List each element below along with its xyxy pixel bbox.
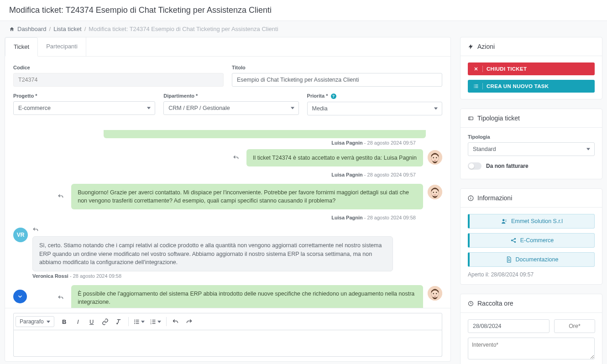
field-dipartimento: Dipartimento * CRM / ERP / Gestionale — [163, 93, 298, 115]
input-ore[interactable] — [554, 319, 595, 333]
input-intervento[interactable] — [468, 338, 595, 359]
panel-title: Raccolta ore — [460, 294, 602, 313]
scroll-down-button[interactable] — [13, 290, 27, 303]
tab-partecipanti[interactable]: Partecipanti — [38, 37, 86, 56]
chat-message: Il ticket T24374 è stato accettato e ver… — [13, 149, 442, 166]
label-codice: Codice — [13, 65, 224, 70]
svg-point-34 — [502, 219, 505, 221]
svg-rect-32 — [471, 198, 471, 199]
svg-point-10 — [433, 293, 434, 294]
label-titolo: Titolo — [232, 65, 442, 70]
reply-icon[interactable] — [58, 193, 64, 200]
info-client-chip[interactable]: Emmet Solution S.r.l — [468, 214, 595, 229]
raccolta-ore-panel: Raccolta ore Urgenza Omag. Fuori orario — [460, 294, 602, 364]
link-button[interactable] — [99, 315, 112, 328]
toggle-label: Da non fatturare — [486, 163, 529, 169]
info-icon[interactable]: ? — [331, 94, 336, 99]
toggle-non-fatturare[interactable] — [468, 162, 481, 170]
breadcrumb-separator: / — [49, 26, 51, 32]
clock-icon — [468, 301, 474, 307]
close-ticket-button[interactable]: CHIUDI TICKET — [468, 62, 595, 75]
label-dipartimento: Dipartimento * — [163, 93, 298, 99]
svg-point-7 — [436, 192, 437, 193]
breadcrumb: Dashboard / Lista ticket / Modifica tick… — [0, 21, 607, 37]
label-tipologia: Tipologia — [468, 134, 595, 140]
svg-point-37 — [514, 238, 515, 239]
svg-point-11 — [436, 293, 437, 294]
avatar — [428, 150, 442, 165]
breadcrumb-dashboard[interactable]: Dashboard — [17, 26, 47, 32]
select-priorita[interactable]: Media — [307, 102, 442, 115]
clear-format-button[interactable] — [113, 315, 126, 328]
chat-message: È possibile che l'aggiornamento del sist… — [13, 285, 442, 308]
field-titolo: Titolo — [232, 65, 442, 87]
select-progetto[interactable]: E-commerce — [13, 101, 155, 115]
tabs: Ticket Partecipanti — [5, 37, 450, 57]
number-list-button[interactable]: 123 — [148, 315, 163, 328]
svg-rect-27 — [475, 85, 478, 85]
select-dipartimento[interactable]: CRM / ERP / Gestionale — [163, 101, 298, 115]
avatar — [428, 286, 442, 301]
redo-button[interactable] — [183, 315, 196, 328]
input-codice — [13, 73, 224, 87]
info-project-chip[interactable]: E-Commerce — [468, 233, 595, 248]
reply-icon[interactable] — [233, 155, 239, 161]
tipologia-panel: Tipologia ticket Tipologia Standard Da n… — [460, 109, 602, 179]
chevron-down-icon — [157, 321, 161, 323]
label-progetto: Progetto * — [13, 93, 155, 99]
bolt-icon — [468, 44, 474, 50]
bullet-list-button[interactable] — [131, 315, 147, 328]
chevron-down-icon — [47, 321, 50, 323]
chat-bubble-partial — [104, 130, 426, 138]
chat-meta: Veronica Rossi - 28 agosto 2024 09:58 — [32, 273, 442, 279]
svg-point-36 — [511, 240, 512, 241]
ticket-icon — [468, 115, 474, 121]
chat-message: VR Sì, certo. Stiamo notando che i campi… — [13, 227, 442, 278]
svg-point-2 — [433, 157, 434, 158]
chat-bubble: Buongiorno! Grazie per averci contattato… — [71, 184, 423, 209]
paragraph-select[interactable]: Paragrafo — [16, 316, 54, 327]
home-icon — [9, 26, 15, 32]
chat-bubble: Il ticket T24374 è stato accettato e ver… — [246, 149, 423, 166]
info-icon — [468, 195, 474, 201]
svg-rect-15 — [136, 320, 139, 320]
chat-bubble: È possibile che l'aggiornamento del sist… — [71, 285, 423, 308]
svg-rect-29 — [475, 88, 478, 88]
input-titolo[interactable] — [232, 73, 442, 87]
breadcrumb-lista-ticket[interactable]: Lista ticket — [53, 26, 81, 32]
field-progetto: Progetto * E-commerce — [13, 93, 155, 115]
reply-icon[interactable] — [58, 295, 64, 301]
reply-icon[interactable] — [32, 227, 39, 233]
user-icon — [501, 218, 508, 224]
undo-button[interactable] — [169, 315, 182, 328]
breadcrumb-separator: / — [84, 26, 86, 32]
label-priorita: Priorita * ? — [307, 93, 442, 99]
chat-meta: Luisa Pagnin - 28 agosto 2024 09:58 — [331, 215, 416, 220]
panel-title: Informazioni — [460, 189, 602, 208]
italic-button[interactable]: I — [72, 315, 84, 328]
new-task-button[interactable]: CREA UN NUOVO TASK — [468, 80, 595, 93]
svg-rect-16 — [136, 321, 139, 322]
toolbar-divider — [128, 317, 129, 326]
select-tipologia[interactable]: Standard — [468, 142, 595, 156]
svg-rect-24 — [474, 85, 475, 85]
svg-rect-30 — [469, 117, 473, 120]
input-date[interactable] — [468, 319, 549, 333]
page-title: Modifica ticket: T24374 Esempio di Chat … — [0, 0, 607, 21]
svg-point-13 — [134, 321, 135, 322]
bold-button[interactable]: B — [58, 315, 71, 328]
chat-thread[interactable]: Luisa Pagnin - 28 agosto 2024 09:57 Il t… — [5, 130, 450, 308]
chat-bubble: Sì, certo. Stiamo notando che i campi re… — [32, 236, 393, 271]
info-doc-chip[interactable]: Documentazione — [468, 252, 595, 267]
tab-ticket[interactable]: Ticket — [5, 37, 38, 57]
editor-textarea[interactable] — [13, 330, 442, 357]
field-codice: Codice — [13, 65, 224, 87]
svg-rect-17 — [136, 323, 139, 323]
chat-message: Buongiorno! Grazie per averci contattato… — [13, 184, 442, 209]
svg-point-12 — [134, 319, 135, 320]
avatar — [428, 185, 442, 199]
underline-button[interactable]: U — [85, 315, 98, 328]
toolbar-divider — [166, 317, 167, 326]
svg-rect-25 — [474, 86, 475, 87]
chat-meta: Luisa Pagnin - 28 agosto 2024 09:57 — [331, 172, 416, 177]
